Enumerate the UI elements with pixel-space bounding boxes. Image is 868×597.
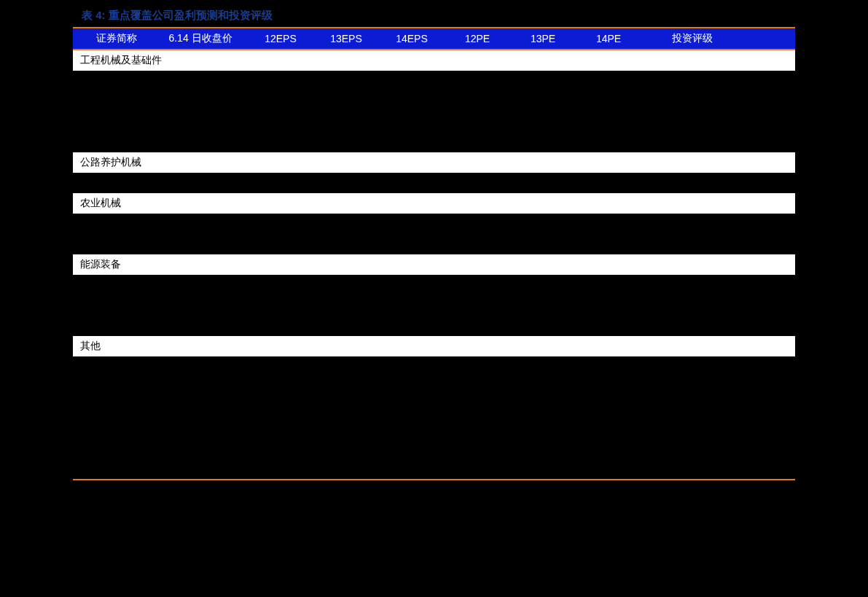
header-pe14: 14PE — [576, 33, 641, 44]
header-close: 6.14 日收盘价 — [153, 32, 248, 45]
table-row — [73, 112, 795, 132]
table-row — [73, 377, 795, 397]
header-eps13: 13EPS — [313, 33, 379, 44]
table-body: 工程机械及基础件公路养护机械农业机械能源装备其他 — [73, 50, 795, 479]
table-row — [73, 418, 795, 438]
section-label: 工程机械及基础件 — [73, 50, 795, 71]
section-label: 公路养护机械 — [73, 152, 795, 173]
header-pe13: 13PE — [510, 33, 576, 44]
table-title: 表 4: 重点覆盖公司盈利预测和投资评级 — [73, 9, 795, 27]
table-row — [73, 91, 795, 112]
table-row — [73, 438, 795, 459]
header-eps14: 14EPS — [379, 33, 445, 44]
header-pe12: 12PE — [445, 33, 510, 44]
section-label: 农业机械 — [73, 193, 795, 214]
header-name: 证券简称 — [73, 32, 153, 45]
header-eps12: 12EPS — [248, 33, 313, 44]
table-row — [73, 397, 795, 418]
section-label: 其他 — [73, 336, 795, 356]
table-row — [73, 295, 795, 316]
table-row — [73, 173, 795, 193]
table-row — [73, 132, 795, 152]
table-row — [73, 356, 795, 377]
table-header-row: 证券简称 6.14 日收盘价 12EPS 13EPS 14EPS 12PE 13… — [73, 28, 795, 49]
header-rating: 投资评级 — [641, 32, 743, 45]
table-row — [73, 275, 795, 295]
table-row — [73, 316, 795, 336]
table-row — [73, 234, 795, 254]
table-row — [73, 71, 795, 91]
table-row — [73, 214, 795, 234]
table-row — [73, 459, 795, 479]
section-label: 能源装备 — [73, 254, 795, 275]
